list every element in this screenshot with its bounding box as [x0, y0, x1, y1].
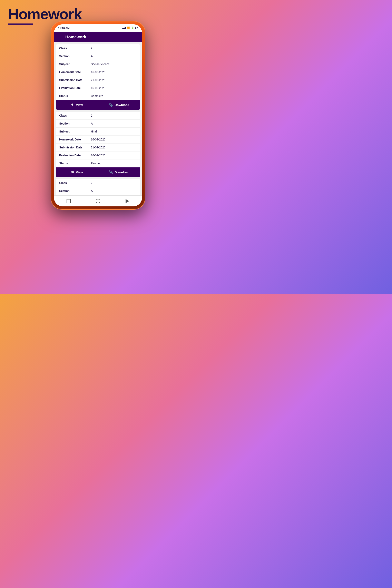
hw-row-hwdate-2: Homework Date 16-09-2020 [56, 136, 140, 144]
download-label-2: Download [114, 170, 129, 174]
hw-row-status-2: Status Pending [56, 160, 140, 168]
label-hwdate-1: Homework Date [59, 70, 91, 74]
label-subject-1: Subject [59, 62, 91, 66]
label-evaldate-2: Evaluation Date [59, 154, 91, 157]
triangle-icon [126, 199, 129, 203]
download-button-2[interactable]: 📎 Download [98, 168, 140, 177]
back-button[interactable]: ← [58, 34, 62, 40]
value-subject-1: Social Science [91, 62, 110, 66]
view-button-2[interactable]: 👁 View [56, 168, 98, 177]
title-underline [8, 24, 33, 25]
app-header: ← Homework [54, 32, 142, 42]
label-class-2: Class [59, 114, 91, 117]
hw-row-subdate-1: Submission Date 21-09-2020 [56, 76, 140, 84]
label-subdate-2: Submission Date [59, 146, 91, 149]
page-title: Homework [8, 6, 82, 22]
hw-row-status-1: Status Complete [56, 92, 140, 100]
label-status-1: Status [59, 94, 91, 98]
value-section-1: A [91, 54, 93, 58]
status-time: 11:16 AM [58, 26, 70, 30]
label-subject-2: Subject [59, 130, 91, 133]
circle-icon [96, 199, 100, 203]
hw-row-hwdate-1: Homework Date 16-09-2020 [56, 68, 140, 76]
status-bar: 11:16 AM 📶 🔋 22 [54, 24, 142, 32]
battery-level: 22 [135, 26, 138, 30]
square-icon [66, 199, 71, 203]
hw-row-section-1: Section A [56, 52, 140, 60]
hw-row-subject-1: Subject Social Science [56, 60, 140, 68]
phone-shell: 11:16 AM 📶 🔋 22 ← Homework [51, 22, 145, 209]
hw-row-evaldate-2: Evaluation Date 16-09-2020 [56, 152, 140, 160]
battery-icon: 🔋 [131, 26, 134, 30]
value-hwdate-1: 16-09-2020 [91, 70, 106, 74]
value-section-2: A [91, 122, 93, 125]
signal-icon [122, 27, 126, 29]
hw-actions-1: 👁 View 📎 Download [56, 100, 140, 110]
hw-row-class-1: Class 2 [56, 44, 140, 52]
value-status-1: Complete [91, 94, 103, 98]
label-class-3: Class [59, 181, 91, 184]
value-evaldate-1: 16-09-2020 [91, 86, 106, 90]
label-subdate-1: Submission Date [59, 78, 91, 82]
value-section-3: A [91, 189, 93, 192]
paperclip-icon-1: 📎 [109, 103, 113, 107]
nav-home-button[interactable] [95, 198, 101, 204]
label-status-2: Status [59, 162, 91, 165]
homework-card-1: Class 2 Section A Subject Social Science… [56, 44, 140, 110]
download-label-1: Download [114, 103, 129, 106]
value-subdate-1: 21-09-2020 [91, 78, 106, 82]
value-class-2: 2 [91, 114, 92, 117]
wifi-icon: 📶 [127, 26, 130, 30]
eye-icon-2: 👁 [71, 170, 74, 174]
phone-screen: 11:16 AM 📶 🔋 22 ← Homework [54, 24, 142, 206]
download-button-1[interactable]: 📎 Download [98, 100, 140, 110]
hw-row-evaldate-1: Evaluation Date 16-09-2020 [56, 84, 140, 92]
label-section-3: Section [59, 189, 91, 192]
hw-row-class-3: Class 2 [56, 179, 140, 187]
bottom-navigation [54, 196, 142, 206]
hw-row-class-2: Class 2 [56, 112, 140, 120]
hw-actions-2: 👁 View 📎 Download [56, 168, 140, 177]
label-section-2: Section [59, 122, 91, 125]
hw-row-subdate-2: Submission Date 21-09-2020 [56, 144, 140, 152]
value-subject-2: Hindi [91, 130, 98, 133]
value-class-1: 2 [91, 46, 92, 50]
value-class-3: 2 [91, 181, 92, 184]
eye-icon-1: 👁 [71, 103, 74, 107]
hw-row-section-3: Section A [56, 187, 140, 195]
label-hwdate-2: Homework Date [59, 138, 91, 141]
nav-square-button[interactable] [66, 198, 72, 204]
hw-row-section-2: Section A [56, 120, 140, 128]
value-evaldate-2: 16-09-2020 [91, 154, 106, 157]
app-header-title: Homework [65, 35, 86, 40]
paperclip-icon-2: 📎 [109, 170, 113, 174]
view-button-1[interactable]: 👁 View [56, 100, 98, 110]
homework-card-3: Class 2 Section A Subject English Homewo… [56, 179, 140, 196]
phone-device: 11:16 AM 📶 🔋 22 ← Homework [51, 22, 145, 209]
homework-card-2: Class 2 Section A Subject Hindi Homework… [56, 112, 140, 177]
view-label-1: View [76, 103, 83, 106]
label-class-1: Class [59, 46, 91, 50]
label-section-1: Section [59, 54, 91, 58]
label-evaldate-1: Evaluation Date [59, 86, 91, 90]
value-hwdate-2: 16-09-2020 [91, 138, 106, 141]
value-status-2: Pending [91, 162, 101, 165]
value-subdate-2: 21-09-2020 [91, 146, 106, 149]
nav-back-button[interactable] [124, 198, 130, 204]
status-icons: 📶 🔋 22 [122, 26, 138, 30]
homework-list: Class 2 Section A Subject Social Science… [54, 42, 142, 196]
hw-row-subject-2: Subject Hindi [56, 128, 140, 136]
view-label-2: View [76, 170, 83, 174]
